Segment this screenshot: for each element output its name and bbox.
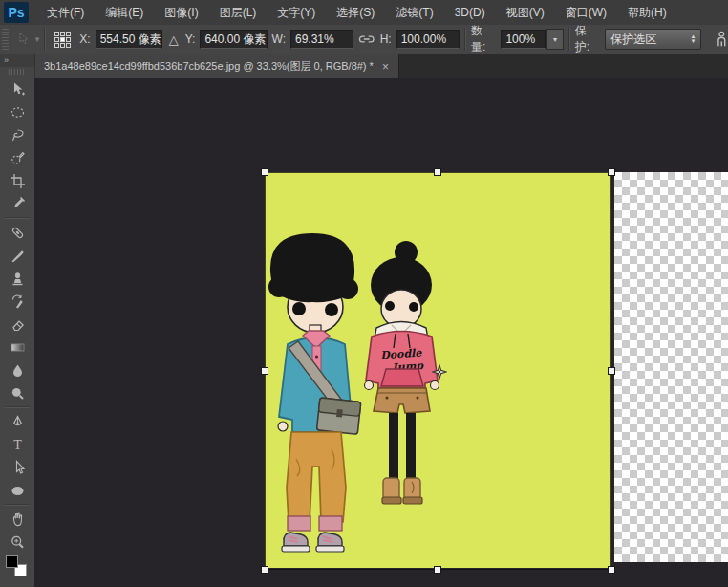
- divider: [568, 28, 570, 51]
- path-selection-tool-icon: [10, 460, 26, 476]
- transform-reference-point-icon[interactable]: [432, 364, 447, 380]
- divider: [5, 217, 30, 219]
- chevron-down-icon: ▾: [35, 34, 40, 44]
- link-dimensions-icon[interactable]: [358, 33, 375, 45]
- menu-image[interactable]: 图像(I): [154, 0, 208, 25]
- tools-panel-grip[interactable]: [9, 69, 26, 75]
- hand-tool-button[interactable]: [3, 508, 32, 531]
- transparent-canvas-area[interactable]: [614, 172, 728, 562]
- amount-dropdown-button[interactable]: ▾: [546, 29, 564, 50]
- blur-tool-icon: [10, 362, 26, 379]
- transform-handle-middle-left[interactable]: [261, 367, 268, 375]
- photoshop-logo: Ps: [4, 2, 29, 23]
- brush-tool-button[interactable]: [3, 244, 32, 267]
- elliptical-marquee-tool-button[interactable]: [3, 100, 32, 123]
- svg-text:T: T: [13, 438, 22, 452]
- protect-dropdown-value: 保护选区: [610, 32, 656, 48]
- updown-arrows-icon: ▲▼: [690, 34, 696, 44]
- menu-file[interactable]: 文件(F): [36, 0, 95, 25]
- chevron-down-icon: ▾: [553, 35, 557, 44]
- clone-stamp-tool-button[interactable]: [3, 267, 32, 290]
- quick-selection-tool-icon: [10, 150, 26, 166]
- menu-bar: Ps 文件(F) 编辑(E) 图像(I) 图层(L) 文字(Y) 选择(S) 滤…: [0, 0, 728, 26]
- menu-window[interactable]: 窗口(W): [555, 0, 617, 25]
- divider: [5, 406, 30, 408]
- relative-position-toggle[interactable]: △: [167, 33, 181, 47]
- transform-handle-bottom-left[interactable]: [261, 566, 268, 574]
- menu-select[interactable]: 选择(S): [326, 0, 385, 25]
- document-tab-bar: 3b1a48e89ce14cd99ffbd536b7cb625e.jpg @ 3…: [34, 54, 728, 78]
- foreground-color-swatch[interactable]: [6, 555, 18, 568]
- x-label: X:: [79, 33, 90, 46]
- x-position-input[interactable]: 554.50 像素: [96, 30, 162, 49]
- menu-3d[interactable]: 3D(D): [444, 0, 496, 25]
- path-selection-tool-button[interactable]: [3, 456, 32, 479]
- tools-panel: »: [0, 54, 35, 587]
- healing-brush-tool-icon: [10, 225, 26, 241]
- eraser-tool-button[interactable]: [3, 313, 32, 336]
- healing-brush-tool-button[interactable]: [3, 221, 32, 244]
- color-swatches[interactable]: [6, 555, 29, 567]
- gradient-tool-icon: [10, 339, 26, 356]
- type-tool-button[interactable]: T: [3, 433, 32, 456]
- shape-tool-button[interactable]: [3, 479, 32, 502]
- height-percent-input[interactable]: 100.00%: [396, 30, 460, 49]
- menu-type[interactable]: 文字(Y): [267, 0, 326, 25]
- zoom-tool-button[interactable]: [3, 531, 32, 554]
- menu-filter[interactable]: 滤镜(T): [385, 0, 443, 25]
- menu-layer[interactable]: 图层(L): [209, 0, 268, 25]
- clone-stamp-tool-icon: [10, 271, 26, 287]
- move-tool-button[interactable]: [3, 77, 32, 100]
- protect-label: 保护:: [575, 23, 601, 55]
- lasso-tool-icon: [10, 127, 26, 143]
- document-workspace[interactable]: Doodle Jump: [34, 78, 728, 587]
- tool-preset-picker[interactable]: ▾: [17, 33, 40, 46]
- options-bar: ▾ X: 554.50 像素 △ Y: 640.00 像素 W: 69.31% …: [0, 25, 728, 54]
- blur-tool-button[interactable]: [3, 359, 32, 381]
- brush-tool-icon: [10, 248, 26, 264]
- y-position-input[interactable]: 640.00 像素: [200, 30, 267, 49]
- options-bar-grip[interactable]: [2, 29, 9, 50]
- height-label: H:: [380, 33, 392, 46]
- divider: [44, 28, 46, 51]
- hand-tool-icon: [10, 511, 26, 528]
- type-tool-icon: T: [10, 437, 26, 453]
- transform-handle-middle-right[interactable]: [608, 367, 615, 375]
- menu-view[interactable]: 视图(V): [496, 0, 555, 25]
- transform-handle-top-center[interactable]: [434, 168, 441, 176]
- transform-handle-top-left[interactable]: [261, 168, 268, 176]
- menu-help[interactable]: 帮助(H): [617, 0, 677, 25]
- document-tab-title: 3b1a48e89ce14cd99ffbd536b7cb625e.jpg @ 3…: [44, 59, 374, 74]
- eraser-tool-icon: [10, 316, 26, 333]
- protect-skin-tones-icon[interactable]: [716, 31, 728, 48]
- menu-edit[interactable]: 编辑(E): [95, 0, 154, 25]
- dodge-tool-icon: [10, 385, 26, 402]
- move-tool-icon: [10, 81, 26, 98]
- gradient-tool-button[interactable]: [3, 336, 32, 359]
- close-icon[interactable]: ×: [382, 60, 389, 74]
- shape-tool-icon: [10, 483, 26, 499]
- width-percent-input[interactable]: 69.31%: [290, 30, 353, 49]
- quick-selection-tool-button[interactable]: [3, 146, 32, 169]
- y-label: Y:: [185, 33, 196, 46]
- dodge-tool-button[interactable]: [3, 381, 32, 404]
- width-label: W:: [272, 33, 286, 46]
- pen-tool-icon: [10, 414, 26, 430]
- crop-tool-icon: [10, 173, 26, 189]
- amount-label: 数量:: [471, 23, 497, 55]
- eyedropper-tool-button[interactable]: [3, 192, 32, 215]
- protect-dropdown[interactable]: 保护选区 ▲▼: [605, 29, 701, 50]
- document-tab[interactable]: 3b1a48e89ce14cd99ffbd536b7cb625e.jpg @ 3…: [34, 54, 399, 78]
- transform-handle-bottom-right[interactable]: [608, 566, 615, 574]
- history-brush-tool-icon: [10, 294, 26, 310]
- amount-input[interactable]: 100%: [501, 30, 546, 49]
- tools-panel-collapse-button[interactable]: »: [0, 54, 34, 67]
- pen-tool-button[interactable]: [3, 410, 32, 433]
- lasso-tool-button[interactable]: [3, 123, 32, 146]
- zoom-tool-icon: [10, 534, 26, 551]
- reference-point-locator[interactable]: [54, 32, 71, 48]
- transform-handle-bottom-center[interactable]: [434, 566, 441, 574]
- history-brush-tool-button[interactable]: [3, 290, 32, 313]
- crop-tool-button[interactable]: [3, 169, 32, 192]
- transform-handle-top-right[interactable]: [608, 168, 615, 176]
